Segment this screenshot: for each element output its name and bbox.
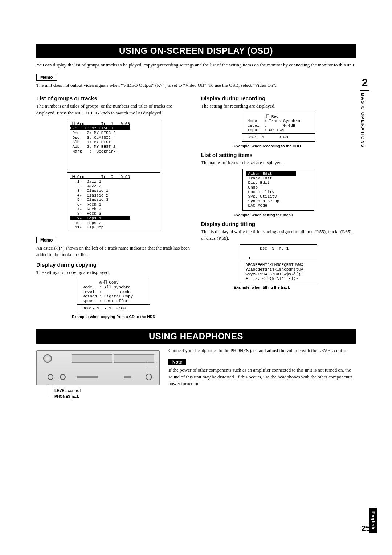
osd-track-list: ⌸ Grp Tr. 9 0:00 1- Jazz 1 2- Jazz 2 3- …	[67, 172, 160, 232]
body-setting-items: The names of items to be set are display…	[201, 159, 356, 166]
memo-text-video-off: The unit does not output video signals w…	[36, 82, 356, 89]
right-column: Display during recording The setting for…	[201, 92, 356, 323]
callout-phones: PHONES jack	[54, 394, 79, 398]
phones-jack-icon	[48, 374, 53, 380]
unit-figure: LEVEL control PHONES jack	[36, 347, 160, 401]
section-title-osd: USING ON-SCREEN DISPLAY (OSD)	[36, 44, 356, 58]
language-tab: English	[369, 508, 377, 533]
caption-title: Example: when titling the track	[234, 285, 356, 289]
body-list-groups: The numbers and titles of groups, or the…	[36, 103, 191, 116]
subhead-titling: Display during titling	[201, 221, 356, 227]
level-knob-icon	[60, 374, 66, 380]
headphones-body: Connect your headphones to the PHONES ja…	[168, 347, 356, 354]
memo-text-asterisk: An asterisk (*) shown on the left of a t…	[36, 245, 191, 258]
caption-rec: Example: when recording to the HDD	[234, 144, 356, 148]
osd-menu-list: Album Edit Track Edit Disc Edit Undo HDD…	[242, 169, 314, 211]
subhead-list-groups: List of groups or tracks	[36, 95, 191, 101]
osd-title-display: Dsc 3 Tr. 1 ▮ ABCDEFGHIJKLMNOPQRSTUVWX Y…	[240, 244, 317, 283]
body-copying: The settings for copying are displayed.	[36, 269, 191, 276]
page-number: 25	[362, 524, 370, 533]
section-number: 2	[360, 76, 369, 91]
power-button-icon	[146, 374, 152, 380]
left-column: List of groups or tracks The numbers and…	[36, 92, 191, 323]
section-label: BASIC OPERATIONS	[360, 93, 365, 148]
body-recording: The setting for recording are displayed.	[201, 103, 356, 109]
section-sidebar: 2 BASIC OPERATIONS	[360, 76, 369, 148]
osd-copy-display: ◎→⌸ Copy Mode : All Synchro Level : 0.0d…	[77, 279, 150, 312]
body-titling: This is displayed while the title is bei…	[201, 228, 356, 242]
headphones-text-column: Connect your headphones to the PHONES ja…	[168, 347, 356, 390]
unit-front-panel	[36, 350, 160, 385]
caption-menu: Example: when setting the menu	[234, 213, 356, 217]
memo-badge-2: Memo	[36, 237, 57, 243]
jog-dial-icon	[43, 354, 52, 363]
callout-level: LEVEL control	[54, 388, 81, 393]
osd-rec-display: ⌸ Rec Mode : Track Synchro Level : 0.0dB…	[242, 113, 315, 142]
memo-badge: Memo	[36, 74, 57, 81]
subhead-setting-items: List of setting items	[201, 152, 356, 158]
osd-group-list: ⌸ Grp Tr. 1 0:00 Dsc 1: MY DISC 1 Dsc 2:…	[67, 119, 160, 170]
callout-leaders: LEVEL control PHONES jack	[36, 385, 160, 401]
subhead-copying: Display during copying	[36, 262, 191, 268]
section-title-headphones: USING HEADPHONES	[36, 329, 356, 344]
note-badge: Note	[168, 359, 186, 365]
osd-intro-text: You can display the list of groups or tr…	[36, 62, 356, 68]
subhead-recording: Display during recording	[201, 95, 356, 101]
headphones-note: If the power of other components such as…	[168, 367, 356, 387]
caption-copy: Example: when copying from a CD to the H…	[36, 315, 191, 319]
